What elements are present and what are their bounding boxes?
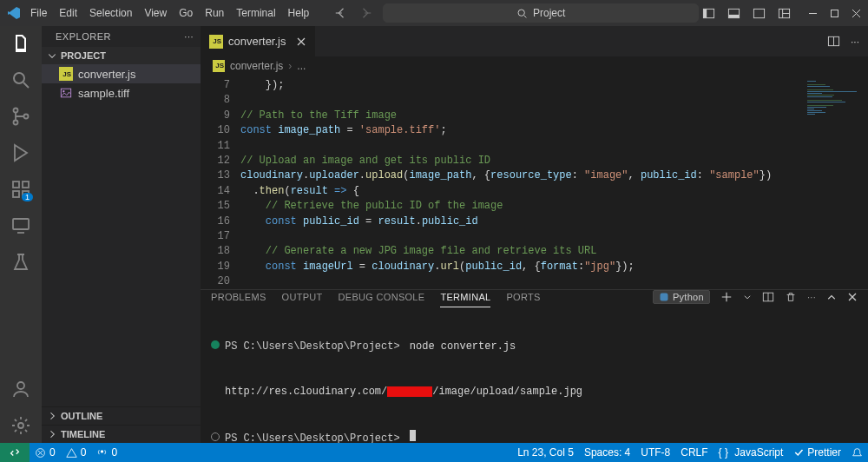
command-center[interactable]: Project xyxy=(383,3,699,23)
file-label: converter.js xyxy=(78,68,135,81)
explorer-sidebar: EXPLORER ··· PROJECT JS converter.js sam… xyxy=(42,26,201,443)
menu-run[interactable]: Run xyxy=(199,3,230,23)
editor-code[interactable]: });// Path to the Tiff imageconst image_… xyxy=(240,76,803,289)
activity-scm-icon[interactable] xyxy=(10,106,31,127)
activity-account-icon[interactable] xyxy=(10,379,31,399)
nav-forward-icon[interactable] xyxy=(360,7,372,19)
customize-layout-icon[interactable] xyxy=(778,7,791,20)
menu-bar: File Edit Selection View Go Run Terminal… xyxy=(24,3,315,23)
redacted-block xyxy=(387,386,432,397)
breadcrumbs[interactable]: JS converter.js › ... xyxy=(201,56,868,76)
status-notifications-icon[interactable] xyxy=(846,447,868,459)
status-warnings[interactable]: 0 xyxy=(61,446,92,459)
editor-area[interactable]: 78910111213141516171819202122💡2324252627… xyxy=(201,76,868,289)
editor-minimap[interactable] xyxy=(803,76,868,289)
chevron-down-icon[interactable] xyxy=(743,293,752,301)
image-file-icon xyxy=(59,86,73,100)
status-cursor-position[interactable]: Ln 23, Col 5 xyxy=(512,446,579,459)
tab-label: converter.js xyxy=(228,35,286,48)
terminal-body[interactable]: PS C:\Users\Desktop\Project> node conver… xyxy=(201,304,868,462)
svg-rect-22 xyxy=(660,294,667,301)
terminal-new-icon[interactable] xyxy=(720,291,733,303)
outline-section[interactable]: OUTLINE xyxy=(42,406,201,425)
status-spaces[interactable]: Spaces: 4 xyxy=(579,446,635,459)
window-maximize-icon[interactable] xyxy=(830,9,839,18)
remote-indicator[interactable] xyxy=(0,443,30,462)
timeline-section[interactable]: TIMELINE xyxy=(42,425,201,443)
terminal-profile-select[interactable]: Python xyxy=(653,290,710,304)
breadcrumb-rest: ... xyxy=(297,60,306,72)
layout-panel-icon[interactable] xyxy=(727,7,740,20)
svg-rect-4 xyxy=(728,14,739,17)
terminal-split-icon[interactable] xyxy=(762,291,774,303)
svg-point-17 xyxy=(17,382,24,389)
window-close-icon[interactable] xyxy=(852,9,861,18)
svg-rect-2 xyxy=(703,9,707,17)
status-encoding[interactable]: UTF-8 xyxy=(635,446,675,459)
svg-rect-5 xyxy=(753,9,764,17)
terminal-prompt: PS C:\Users\Desktop\Project> xyxy=(225,340,400,354)
svg-rect-15 xyxy=(23,182,29,188)
window-minimize-icon[interactable] xyxy=(808,9,818,18)
editor-split-icon[interactable] xyxy=(827,35,840,48)
editor-more-icon[interactable]: ··· xyxy=(851,36,859,48)
panel-tab-output[interactable]: OUTPUT xyxy=(282,292,323,302)
status-errors[interactable]: 0 xyxy=(30,446,61,459)
js-file-icon: JS xyxy=(213,60,225,72)
menu-view[interactable]: View xyxy=(138,3,173,23)
terminal-cursor xyxy=(410,430,416,441)
activity-settings-icon[interactable] xyxy=(10,415,31,436)
panel-more-icon[interactable]: ··· xyxy=(807,292,816,302)
panel-close-icon[interactable] xyxy=(847,292,858,302)
svg-rect-12 xyxy=(13,182,19,188)
svg-point-11 xyxy=(24,115,29,119)
terminal-output: http://res.cloudinary.com//image/upload/… xyxy=(225,385,582,399)
nav-back-icon[interactable] xyxy=(334,7,346,19)
layout-sidebar-left-icon[interactable] xyxy=(702,7,715,20)
panel-tab-debug-console[interactable]: DEBUG CONSOLE xyxy=(339,292,425,302)
layout-sidebar-right-icon[interactable] xyxy=(753,7,766,20)
activity-test-icon[interactable] xyxy=(10,252,31,273)
status-prettier[interactable]: Prettier xyxy=(788,446,846,459)
activity-remote-explorer-icon[interactable] xyxy=(10,215,31,236)
menu-go[interactable]: Go xyxy=(173,3,199,23)
svg-point-0 xyxy=(518,10,524,16)
menu-file[interactable]: File xyxy=(24,3,53,23)
activity-explorer-icon[interactable] xyxy=(10,33,31,54)
file-sample-tiff[interactable]: sample.tiff xyxy=(42,83,201,102)
explorer-more-icon[interactable]: ··· xyxy=(184,31,194,42)
explorer-title: EXPLORER xyxy=(56,31,111,42)
chevron-down-icon xyxy=(47,50,57,61)
project-root[interactable]: PROJECT xyxy=(42,47,201,64)
activity-search-icon[interactable] xyxy=(10,69,31,90)
menu-edit[interactable]: Edit xyxy=(53,3,83,23)
terminal-kill-icon[interactable] xyxy=(785,291,797,303)
svg-point-8 xyxy=(14,73,24,83)
tab-close-icon[interactable] xyxy=(296,36,306,47)
error-icon xyxy=(35,447,46,459)
status-eol[interactable]: CRLF xyxy=(675,446,713,459)
menu-terminal[interactable]: Terminal xyxy=(230,3,281,23)
menu-selection[interactable]: Selection xyxy=(83,3,138,23)
vscode-logo-icon xyxy=(7,6,21,20)
menu-help[interactable]: Help xyxy=(282,3,316,23)
search-icon xyxy=(516,8,528,19)
breadcrumb-file: converter.js xyxy=(230,60,283,72)
activity-extensions-icon[interactable]: 1 xyxy=(10,179,31,200)
terminal-command: node converter.js xyxy=(410,340,516,354)
file-converter-js[interactable]: JS converter.js xyxy=(42,64,201,83)
activity-bar: 1 xyxy=(0,26,42,443)
status-ports[interactable]: 0 xyxy=(91,446,122,459)
tab-converter-js[interactable]: JS converter.js xyxy=(201,26,316,56)
panel-maximize-icon[interactable] xyxy=(826,292,837,302)
svg-point-25 xyxy=(101,450,103,452)
status-dot-icon xyxy=(211,432,220,441)
status-dot-icon xyxy=(211,340,220,349)
activity-run-icon[interactable] xyxy=(10,142,31,163)
status-language[interactable]: { } JavaScript xyxy=(713,446,789,459)
panel-tab-ports[interactable]: PORTS xyxy=(506,292,540,302)
panel-tab-problems[interactable]: PROBLEMS xyxy=(211,292,266,302)
titlebar: File Edit Selection View Go Run Terminal… xyxy=(0,0,868,26)
command-center-label: Project xyxy=(533,7,565,19)
js-file-icon: JS xyxy=(209,35,223,49)
